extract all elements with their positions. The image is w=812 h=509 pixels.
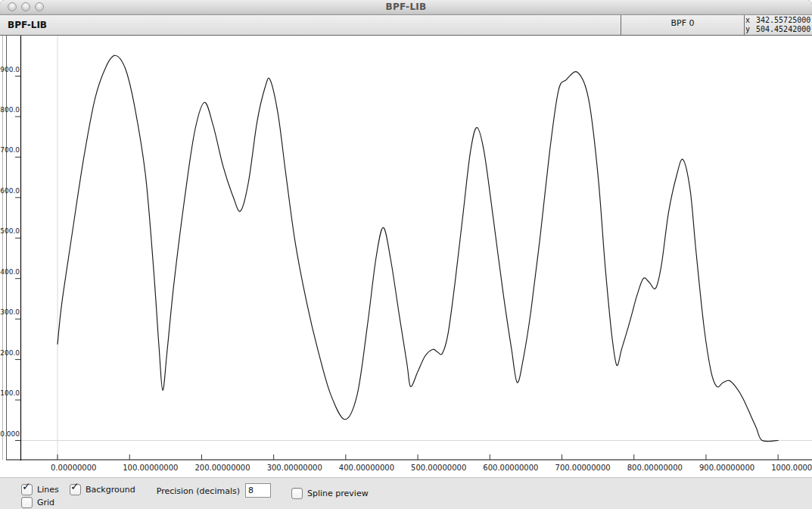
header-divider [744,15,745,35]
editor-header: BPF-LIB BPF 0 x342.55725000 y504.4524200… [0,15,812,36]
checkbox-box: ✓ [21,497,33,508]
grid-checkbox-label: Grid [37,498,54,507]
y-tick-label: 200.0 [0,349,20,358]
cursor-x-value: 342.55725000 [756,16,810,24]
x-tick-label: 200.00000000 [194,464,250,472]
checkbox-box: ✓ [291,488,303,499]
y-axis-letter: y [745,25,756,34]
bpf-selector-label[interactable]: BPF 0 [621,18,744,28]
cursor-y-value: 504.45242000 [756,25,810,33]
bpf-plot-area[interactable]: 900.0800.0700.0600.0500.0400.0300.0200.0… [0,36,812,461]
grid-checkbox[interactable]: ✓ Grid [21,497,54,508]
cursor-x-readout: x342.55725000 [745,16,812,25]
checkmark-icon: ✓ [22,480,31,492]
x-axis-letter: x [745,16,756,25]
x-tick-label: 900.00000000 [699,464,754,472]
background-checkbox-label: Background [86,485,135,495]
y-tick-label: 500.0 [0,227,20,236]
checkbox-box: ✓ [70,484,81,495]
spline-preview-checkbox[interactable]: ✓ Spline preview [291,488,369,499]
y-axis-ticks [15,77,20,441]
cursor-y-readout: y504.45242000 [745,25,812,34]
x-tick-label: 1000.00000000 [771,464,812,472]
window-title: BPF-LIB [0,2,812,12]
bpf-lib-window: BPF-LIB BPF-LIB BPF 0 x342.55725000 y504… [0,0,812,509]
x-axis-labels: 0.00000000100.00000000200.00000000300.00… [0,461,812,477]
x-tick-label: 600.00000000 [483,464,538,472]
precision-label: Precision (decimals) [132,486,240,496]
checkbox-box: ✓ [21,484,33,495]
x-tick-label: 800.00000000 [627,464,683,472]
x-tick-label: 500.00000000 [411,464,466,472]
y-tick-label: 900.0 [0,66,20,74]
bpf-curve-canvas[interactable] [0,36,812,461]
y-tick-label: 700.0 [0,146,20,155]
checkmark-icon: ✓ [70,480,79,492]
lines-checkbox[interactable]: ✓ Lines [21,484,59,495]
y-tick-label: 600.0 [0,187,20,195]
title-bar: BPF-LIB [0,0,812,15]
cursor-coordinates: x342.55725000 y504.45242000 [745,16,812,35]
y-tick-label: 800.0 [0,106,20,114]
x-tick-label: 300.00000000 [267,464,322,472]
y-tick-label: 0.000 [0,430,20,439]
y-tick-label: 100.0 [0,389,20,398]
spline-preview-checkbox-label: Spline preview [307,489,369,498]
x-tick-label: 100.00000000 [123,464,178,472]
precision-input[interactable] [245,483,271,498]
x-tick-label: 0.00000000 [51,464,96,472]
editor-title: BPF-LIB [8,20,47,30]
y-tick-label: 400.0 [0,268,20,276]
zero-gridlines [20,36,812,460]
lines-checkbox-label: Lines [37,485,59,495]
background-checkbox[interactable]: ✓ Background [70,484,135,495]
controls-panel: ✓ Lines ✓ Background Precision (decimals… [0,477,812,509]
x-tick-label: 400.00000000 [339,464,394,472]
bpf-curve[interactable] [58,55,778,442]
x-axis-ticks [58,454,778,460]
y-tick-label: 300.0 [0,308,20,317]
x-tick-label: 700.00000000 [555,464,611,472]
